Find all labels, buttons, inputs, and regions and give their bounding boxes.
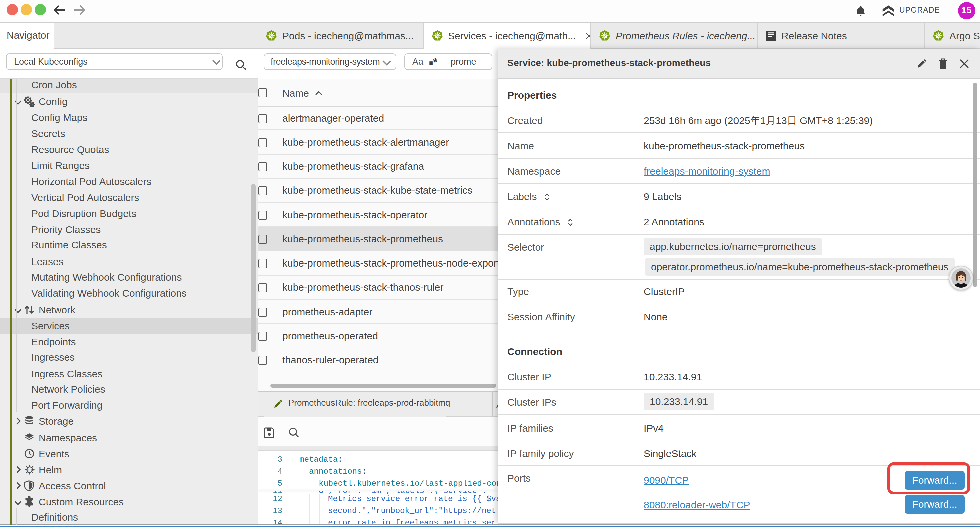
svg-text:HELM: HELM bbox=[26, 468, 33, 471]
